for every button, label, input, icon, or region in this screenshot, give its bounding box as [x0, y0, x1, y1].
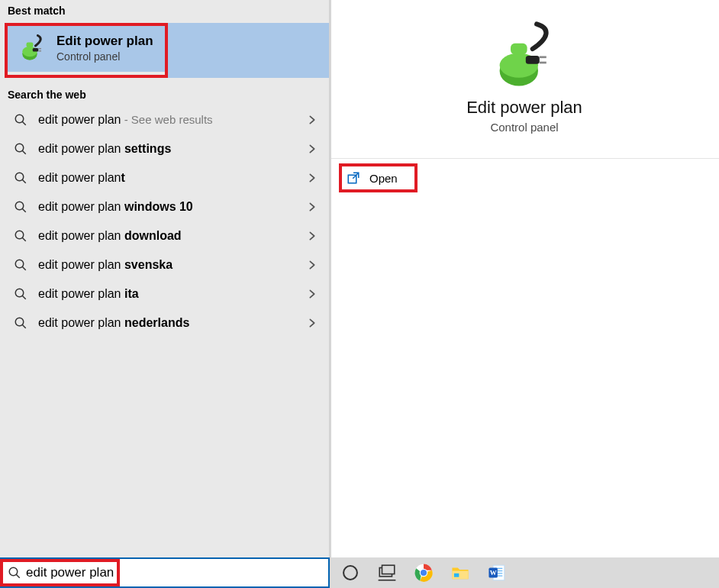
web-suggestion-label: edit power plan windows 10 [38, 200, 306, 214]
search-results-panel: Best match [0, 0, 330, 557]
web-suggestion-item[interactable]: edit power plan settings [0, 134, 329, 163]
chrome-icon[interactable] [414, 563, 434, 583]
svg-line-21 [22, 325, 26, 329]
open-action[interactable]: Open [369, 172, 398, 185]
preview-header: Edit power plan Control panel [330, 0, 719, 159]
search-web-header: Search the web [0, 78, 329, 105]
chevron-right-icon [306, 259, 318, 271]
svg-rect-24 [511, 44, 527, 54]
svg-line-15 [22, 238, 26, 242]
svg-point-12 [15, 202, 24, 211]
best-match-header: Best match [0, 0, 329, 23]
svg-point-20 [15, 318, 24, 327]
web-suggestion-item[interactable]: edit power plan - See web results [0, 105, 329, 134]
svg-point-29 [9, 567, 18, 576]
svg-line-7 [22, 122, 26, 126]
highlight-box-open: Open [339, 163, 418, 192]
preview-subtitle: Control panel [490, 121, 558, 134]
highlight-box-best-match: Edit power plan Control panel [5, 23, 168, 78]
search-icon [14, 316, 27, 330]
best-match-subtitle: Control panel [56, 50, 153, 63]
preview-panel: Edit power plan Control panel Open [330, 0, 719, 557]
svg-rect-25 [526, 56, 540, 64]
battery-plug-icon-large [490, 21, 559, 90]
chevron-right-icon [306, 172, 318, 184]
search-icon [14, 113, 27, 127]
best-match-row-bg[interactable] [168, 23, 329, 78]
svg-point-37 [421, 570, 427, 576]
panel-divider [330, 0, 331, 557]
svg-line-17 [22, 267, 26, 271]
web-suggestion-list: edit power plan - See web resultsedit po… [0, 105, 329, 338]
search-icon [8, 566, 21, 580]
taskbar-row: edit power plan [0, 557, 719, 588]
chevron-right-icon [306, 288, 318, 300]
svg-point-6 [15, 115, 24, 124]
svg-point-14 [15, 231, 24, 240]
web-suggestion-item[interactable]: edit power plan download [0, 221, 329, 250]
task-view-icon[interactable] [377, 563, 397, 583]
taskbar: W [330, 557, 719, 588]
web-suggestion-label: edit power plan svenska [38, 258, 306, 272]
web-suggestion-item[interactable]: edit power plan ita [0, 279, 329, 309]
search-icon [14, 142, 27, 156]
web-suggestion-label: edit power plan nederlands [38, 316, 306, 330]
svg-line-11 [22, 180, 26, 184]
chevron-right-icon [306, 201, 318, 213]
battery-plug-icon [18, 34, 46, 62]
highlight-box-search: edit power plan [0, 559, 120, 586]
svg-line-13 [22, 209, 26, 213]
svg-rect-3 [33, 48, 39, 52]
file-explorer-icon[interactable] [450, 563, 470, 583]
svg-line-9 [22, 151, 26, 155]
svg-rect-2 [27, 43, 34, 47]
open-external-icon [347, 171, 360, 185]
svg-text:W: W [490, 569, 497, 577]
web-suggestion-label: edit power plan settings [38, 142, 306, 156]
best-match-item[interactable]: Edit power plan Control panel [8, 26, 165, 72]
best-match-title: Edit power plan [56, 34, 153, 49]
svg-point-16 [15, 260, 24, 269]
svg-rect-39 [454, 573, 459, 577]
chevron-right-icon [306, 143, 318, 155]
word-icon[interactable]: W [487, 563, 507, 583]
search-box[interactable]: edit power plan [0, 557, 330, 588]
web-suggestion-label: edit power plant [38, 171, 306, 185]
cortana-ring-icon[interactable] [340, 563, 360, 583]
web-suggestion-item[interactable]: edit power plan windows 10 [0, 192, 329, 221]
search-icon [14, 287, 27, 301]
chevron-right-icon [306, 114, 318, 126]
search-icon [14, 229, 27, 243]
chevron-right-icon [306, 317, 318, 329]
svg-point-10 [15, 173, 24, 182]
svg-rect-33 [382, 565, 395, 573]
search-icon [14, 200, 27, 214]
web-suggestion-label: edit power plan download [38, 229, 306, 243]
web-suggestion-label: edit power plan ita [38, 287, 306, 301]
svg-line-30 [16, 574, 20, 578]
web-suggestion-label: edit power plan - See web results [38, 113, 306, 127]
search-icon [14, 171, 27, 185]
web-suggestion-item[interactable]: edit power plan svenska [0, 250, 329, 279]
search-icon [14, 258, 27, 272]
preview-title: Edit power plan [466, 98, 582, 118]
search-input-value[interactable]: edit power plan [26, 565, 114, 580]
svg-line-19 [22, 296, 26, 300]
svg-point-31 [343, 566, 357, 580]
web-suggestion-item[interactable]: edit power plan nederlands [0, 309, 329, 338]
chevron-right-icon [306, 230, 318, 242]
web-suggestion-item[interactable]: edit power plant [0, 163, 329, 192]
svg-point-18 [15, 289, 24, 298]
svg-point-8 [15, 144, 24, 153]
